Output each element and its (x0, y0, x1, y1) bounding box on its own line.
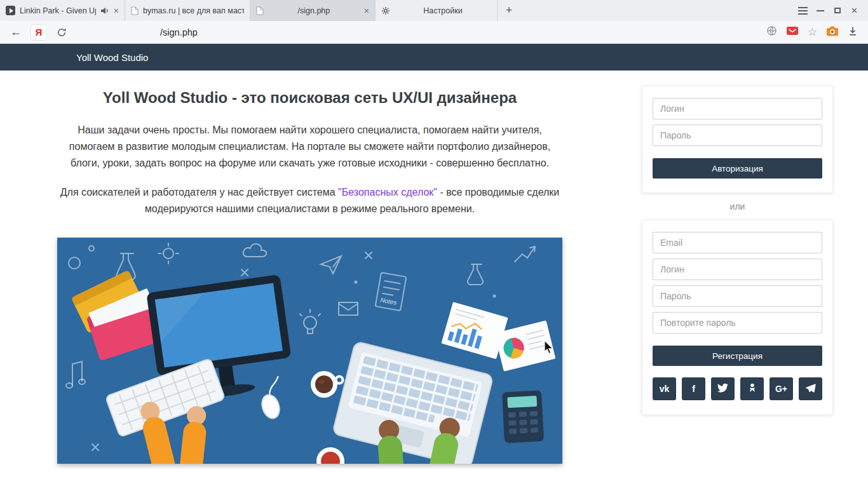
screenshot-extension-icon[interactable] (827, 26, 838, 39)
register-button[interactable]: Регистрация (653, 346, 822, 366)
page-favicon-icon (256, 6, 264, 15)
yandex-button[interactable]: Я (31, 24, 47, 41)
twitter-icon (717, 382, 728, 395)
safe-deals-paragraph: Для соискателей и работодателя у нас дей… (57, 184, 562, 217)
address-text: /sign.php (160, 27, 198, 37)
bookmark-star-icon[interactable]: ☆ (808, 27, 817, 37)
tab-close-icon[interactable]: × (364, 6, 369, 15)
tab-sign-php[interactable]: /sign.php × (250, 0, 376, 21)
tab-close-icon[interactable]: × (114, 6, 119, 15)
video-favicon-icon (6, 6, 15, 15)
page-content: Yoll Wood Studio - это поисковая сеть UX… (0, 71, 868, 486)
tab-music[interactable]: Linkin Park - Given Up × (0, 0, 125, 21)
or-divider: или (642, 201, 833, 212)
tab-title: bymas.ru | все для вап маст (143, 6, 244, 15)
safe-deals-link[interactable]: "Безопасных сделок" (338, 187, 437, 198)
register-password-repeat-input[interactable] (653, 312, 822, 334)
menu-button[interactable] (794, 0, 811, 21)
tab-title: Linkin Park - Given Up (20, 6, 96, 15)
hamburger-icon (798, 10, 808, 11)
mouse-cursor (544, 340, 554, 358)
minimize-icon (817, 10, 824, 11)
hero-illustration: Notes (57, 238, 562, 464)
browser-window: Linkin Park - Given Up × bymas.ru | все … (0, 0, 868, 486)
register-card: Регистрация vk f G+ (642, 220, 833, 415)
facebook-icon: f (692, 384, 695, 394)
odnoklassniki-button[interactable] (740, 377, 764, 400)
toolbar-icons: ☆ (766, 25, 858, 39)
register-password-input[interactable] (653, 285, 822, 307)
window-controls: × (794, 0, 868, 21)
download-icon[interactable] (848, 26, 858, 39)
address-bar[interactable]: /sign.php (76, 21, 760, 44)
close-window-button[interactable]: × (846, 0, 863, 21)
tab-title: Настройки (423, 6, 462, 15)
login-input[interactable] (653, 98, 822, 119)
maximize-button[interactable] (829, 0, 846, 21)
new-tab-button[interactable]: + (498, 0, 520, 21)
google-plus-button[interactable]: G+ (770, 377, 793, 400)
paragraph-text: Для соискателей и работодателя у нас дей… (60, 187, 338, 198)
vk-button[interactable]: vk (653, 377, 676, 400)
register-login-input[interactable] (653, 259, 822, 280)
auth-column: Авторизация или Регистрация vk f (642, 86, 833, 415)
tab-bymas[interactable]: bymas.ru | все для вап маст (125, 0, 250, 21)
gear-icon (381, 6, 390, 15)
intro-column: Yoll Wood Studio - это поисковая сеть UX… (57, 71, 562, 464)
odnoklassniki-icon (747, 382, 757, 395)
email-input[interactable] (653, 232, 822, 253)
site-header: Yoll Wood Studio (0, 44, 868, 71)
maximize-icon (834, 8, 841, 13)
refresh-button[interactable] (53, 24, 70, 41)
vk-icon: vk (660, 384, 670, 394)
google-plus-icon: G+ (775, 384, 787, 394)
globe-icon[interactable] (766, 25, 777, 39)
password-input[interactable] (653, 125, 822, 146)
intro-paragraph: Наши задачи очень просты. Мы помогаем на… (57, 122, 562, 172)
twitter-button[interactable] (711, 377, 735, 400)
social-login-row: vk f G+ (653, 377, 822, 400)
browser-toolbar: ← Я /sign.php ☆ (0, 21, 868, 44)
facebook-button[interactable]: f (682, 377, 705, 400)
telegram-icon (805, 382, 816, 395)
telegram-button[interactable] (799, 377, 822, 400)
brand-link[interactable]: Yoll Wood Studio (76, 52, 148, 63)
adblock-extension-icon[interactable] (787, 27, 798, 38)
login-card: Авторизация (642, 86, 833, 193)
tab-title: /sign.php (268, 6, 360, 15)
minimize-button[interactable] (811, 0, 829, 21)
tab-audio-icon[interactable] (100, 7, 109, 15)
back-button[interactable]: ← (8, 24, 24, 41)
tab-strip: Linkin Park - Given Up × bymas.ru | все … (0, 0, 868, 21)
page-title: Yoll Wood Studio - это поисковая сеть UX… (57, 89, 562, 107)
authorize-button[interactable]: Авторизация (653, 158, 822, 179)
tab-settings[interactable]: Настройки (376, 0, 498, 21)
page-favicon-icon (131, 6, 139, 15)
